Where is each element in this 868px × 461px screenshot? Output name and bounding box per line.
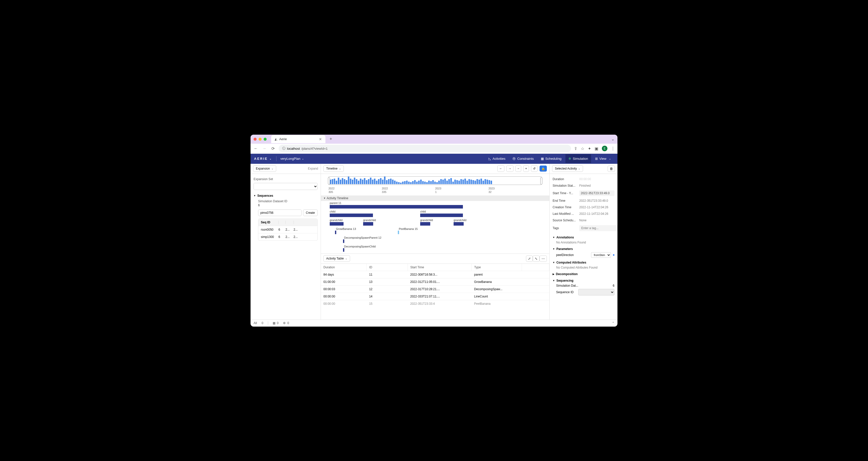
timeline-bar-grandchild[interactable]: [420, 222, 430, 226]
bookmark-icon[interactable]: ☆: [581, 146, 584, 151]
create-sequence-button[interactable]: Create: [303, 209, 318, 216]
timeline-bar-child[interactable]: [420, 213, 463, 217]
site-info-icon[interactable]: ⓘ: [282, 146, 285, 151]
timeline-add-button[interactable]: +: [523, 165, 529, 172]
expansion-dropdown[interactable]: Expansion⌄: [253, 165, 276, 172]
selected-activity-dropdown[interactable]: Selected Activity⌄: [552, 165, 583, 172]
nav-simulation[interactable]: ✲Simulation: [565, 154, 591, 163]
table-header-row: Duration ID Start Time Type: [321, 264, 549, 271]
status-calendar[interactable]: ▦0: [273, 321, 279, 325]
close-tab-icon[interactable]: ✕: [319, 137, 322, 141]
timeline-axis: 2022305 2022335 20231 202332: [321, 186, 549, 193]
app-header: AERIE⌄ veryLongPlan⌄ ◺Activities ⦿Constr…: [251, 154, 617, 164]
window-controls: [254, 138, 267, 141]
table-row[interactable]: 00:00:00152022-351T23:33:4PeelBanana: [321, 300, 549, 307]
url-path: /plans/4?viewId=1: [301, 147, 328, 151]
timeline-bar-grandchild[interactable]: [330, 222, 344, 226]
back-icon[interactable]: ←: [253, 146, 258, 151]
sequence-table: Seq ID rson0050 6 2... 2... simp1300 6: [258, 219, 318, 241]
sequence-row[interactable]: rson0050 6 2... 2...: [258, 226, 317, 233]
share-icon[interactable]: ⇪: [574, 146, 577, 151]
timeline-bar-dsp[interactable]: [343, 239, 344, 243]
browser-title-bar: ◭ Aerie ✕ + ⌄: [251, 135, 617, 144]
nav-activities[interactable]: ◺Activities: [486, 154, 508, 163]
expansion-set-select[interactable]: [254, 183, 318, 190]
constraints-icon: ⦿: [513, 157, 516, 161]
forward-icon[interactable]: →: [261, 146, 267, 151]
timeline-bar-grandchild[interactable]: [363, 222, 373, 226]
browser-tab[interactable]: ◭ Aerie ✕: [271, 135, 326, 143]
timeline-bar-peel[interactable]: [398, 231, 399, 234]
new-tab-button[interactable]: +: [328, 136, 334, 142]
table-row[interactable]: 00:00:00142022-333T21:07:11....LineCount: [321, 293, 549, 300]
expand-link[interactable]: Expand: [308, 167, 318, 170]
table-row[interactable]: 01:00:00132022-312T11:05:01....GrowBanan…: [321, 278, 549, 286]
timeline-next-button[interactable]: →: [506, 165, 514, 172]
timeline-remove-button[interactable]: −: [516, 165, 521, 172]
status-all[interactable]: All 0: [254, 321, 264, 325]
timeline-bar-label: parent 11: [330, 201, 341, 204]
sim-dataset-value: 6: [258, 203, 318, 207]
activity-timeline-header[interactable]: ▼Activity Timeline: [321, 195, 549, 201]
activity-table-dropdown[interactable]: Activity Table⌄: [323, 255, 350, 262]
timeline-bar-child[interactable]: [330, 213, 373, 217]
minimize-window-icon[interactable]: [258, 138, 261, 141]
nav-constraints[interactable]: ⦿Constraints: [509, 154, 537, 163]
parameters-header[interactable]: ▼Parameters: [553, 247, 614, 251]
gear-icon: ⚙: [283, 321, 286, 325]
maximize-window-icon[interactable]: [264, 138, 267, 141]
timeline-prev-button[interactable]: ←: [497, 165, 504, 172]
sequence-row[interactable]: simp1300 6 2... 2...: [258, 233, 317, 240]
sequence-id-select[interactable]: [578, 289, 614, 295]
timeline-overview[interactable]: [329, 176, 542, 185]
reload-icon[interactable]: ⟳: [270, 146, 276, 151]
timeline-dropdown[interactable]: Timeline⌄: [323, 165, 344, 172]
more-icon[interactable]: ⋯: [539, 256, 547, 262]
status-bar: All 0 ▦0 ⚙0 ⌃: [251, 320, 617, 327]
extensions-icon[interactable]: ✦: [588, 146, 591, 151]
timeline-bar-parent[interactable]: [330, 205, 463, 208]
view-icon: ⊞: [595, 157, 598, 161]
url-input[interactable]: ⓘ localhost/plans/4?viewId=1: [279, 145, 571, 152]
decomposition-header[interactable]: ▶Decomposition: [553, 272, 614, 276]
plan-selector[interactable]: veryLongPlan⌄: [280, 157, 304, 161]
activity-timeline-chart: parent 11 child child grandchild grandch…: [321, 201, 549, 254]
timeline-reset-button[interactable]: ↺: [531, 165, 537, 172]
nav-view[interactable]: ⊞View⌄: [592, 154, 614, 163]
activities-icon: ◺: [489, 157, 491, 161]
nav-scheduling[interactable]: ▦Scheduling: [538, 154, 564, 163]
simulation-icon: ✲: [568, 157, 571, 161]
computed-header[interactable]: ▼Computed Attributes: [553, 261, 614, 264]
expand-icon[interactable]: ⤡: [533, 256, 539, 262]
sequences-header[interactable]: ▼Sequences: [254, 194, 318, 197]
timeline-lock-button[interactable]: 🔓: [539, 166, 547, 172]
timeline-bar-grow[interactable]: [335, 231, 336, 234]
browser-url-bar: ← → ⟳ ⓘ localhost/plans/4?viewId=1 ⇪ ☆ ✦…: [251, 144, 617, 154]
profile-avatar[interactable]: E: [602, 146, 608, 151]
status-gear[interactable]: ⚙0: [283, 321, 289, 325]
side-panel-icon[interactable]: ▣: [595, 146, 598, 151]
annotations-header[interactable]: ▼Annotations: [553, 236, 614, 239]
tabs-dropdown-icon[interactable]: ⌄: [611, 137, 614, 141]
collapse-status-icon[interactable]: ⌃: [612, 321, 614, 325]
param-select[interactable]: fromSten: [591, 252, 611, 258]
tab-title: Aerie: [279, 137, 287, 141]
table-row[interactable]: 00:00:03122022-317T10:28:21....Decomposi…: [321, 286, 549, 293]
close-window-icon[interactable]: [254, 138, 256, 141]
menu-icon[interactable]: ⋮: [611, 146, 615, 151]
app-logo[interactable]: AERIE⌄: [254, 157, 272, 161]
collapse-icon[interactable]: ⤢: [526, 256, 533, 262]
tags-input[interactable]: [579, 225, 617, 231]
sequence-name-input[interactable]: [258, 209, 302, 216]
sim-dataset-label: Simulation Dataset ID: [258, 199, 318, 203]
activity-table: Duration ID Start Time Type 84 days11202…: [321, 264, 549, 320]
timeline-bar-grandchild[interactable]: [454, 222, 464, 226]
param-modified-icon: [613, 254, 614, 256]
param-label: peelDirection: [556, 253, 589, 257]
table-row[interactable]: 84 days112022-308T16:58:3...parent: [321, 271, 549, 278]
sequencing-header[interactable]: ▼Sequencing: [553, 279, 614, 283]
sequence-table-header: Seq ID: [258, 219, 317, 226]
delete-icon[interactable]: 🗑: [608, 166, 615, 172]
calendar-icon: ▦: [273, 321, 275, 325]
timeline-bar-dsc[interactable]: [343, 248, 344, 252]
